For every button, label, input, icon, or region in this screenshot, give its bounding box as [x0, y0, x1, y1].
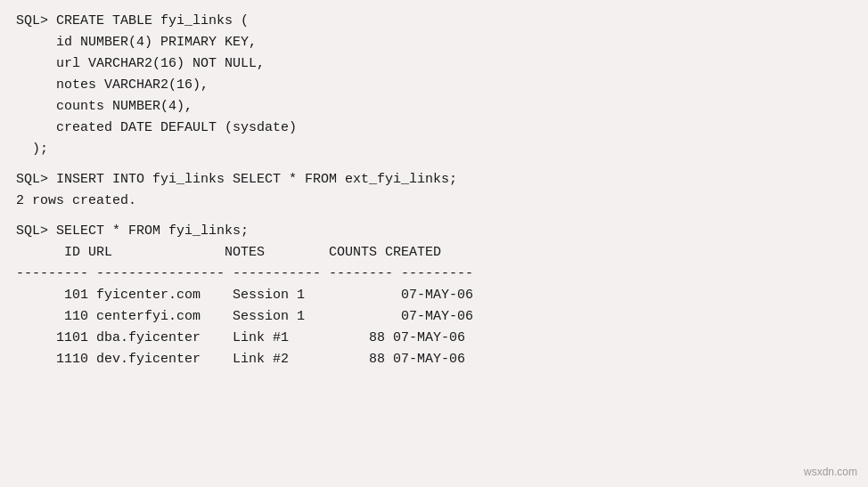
terminal-line: created DATE DEFAULT (sysdate) — [16, 118, 852, 139]
terminal-line: 1110 dev.fyicenter Link #2 88 07-MAY-06 — [16, 349, 852, 370]
terminal-line: counts NUMBER(4), — [16, 96, 852, 118]
terminal-window: SQL> CREATE TABLE fyi_links ( id NUMBER(… — [0, 0, 868, 487]
terminal-line: ); — [16, 139, 852, 160]
empty-line — [16, 212, 852, 221]
terminal-line: SQL> INSERT INTO fyi_links SELECT * FROM… — [16, 169, 852, 191]
watermark: wsxdn.com — [804, 466, 857, 478]
terminal-line: 101 fyicenter.com Session 1 07-MAY-06 — [16, 285, 852, 306]
terminal-line: 110 centerfyi.com Session 1 07-MAY-06 — [16, 306, 852, 328]
terminal-line: ID URL NOTES COUNTS CREATED — [16, 242, 852, 264]
terminal-line: id NUMBER(4) PRIMARY KEY, — [16, 32, 852, 53]
terminal-line: 2 rows created. — [16, 191, 852, 212]
terminal-line: notes VARCHAR2(16), — [16, 75, 852, 96]
terminal-line: --------- ---------------- ----------- -… — [16, 264, 852, 285]
terminal-line: 1101 dba.fyicenter Link #1 88 07-MAY-06 — [16, 328, 852, 349]
empty-line — [16, 160, 852, 169]
terminal-line: SQL> CREATE TABLE fyi_links ( — [16, 11, 852, 32]
terminal-line: url VARCHAR2(16) NOT NULL, — [16, 53, 852, 75]
terminal-line: SQL> SELECT * FROM fyi_links; — [16, 221, 852, 242]
